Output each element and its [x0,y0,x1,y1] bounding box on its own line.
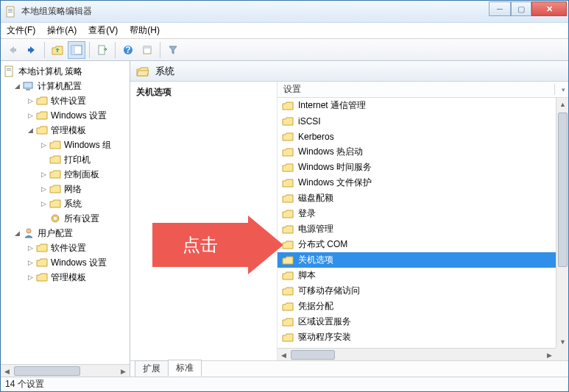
folder-icon [36,257,48,268]
scroll-thumb[interactable] [558,113,568,267]
back-button[interactable] [4,41,21,59]
list-item-label: 驱动程序安装 [298,331,351,343]
list-item[interactable]: 驱动程序安装 [278,329,556,345]
list-inner[interactable]: Internet 通信管理iSCSIKerberosWindows 热启动Win… [278,98,556,348]
list-item[interactable]: 可移动存储访问 [278,283,556,299]
list: Internet 通信管理iSCSIKerberosWindows 热启动Win… [278,98,568,360]
list-item[interactable]: 分布式 COM [278,237,556,252]
tree-user[interactable]: ◢ 用户配置 [1,226,130,240]
show-hide-tree-button[interactable] [68,41,85,59]
svg-text:?: ? [125,45,130,55]
toggle-icon[interactable]: ◢ [13,229,21,238]
scroll-left-icon[interactable]: ◀ [278,349,290,360]
svg-rect-1 [8,9,13,10]
toggle-icon[interactable]: ▷ [39,185,48,193]
tree-windows-settings[interactable]: ▷ Windows 设置 [1,108,130,123]
tree-label: 打印机 [64,154,91,166]
list-item[interactable]: 凭据分配 [278,299,556,314]
menu-help[interactable]: 帮助(H) [130,24,160,37]
tree-control-panel[interactable]: ▷ 控制面板 [1,167,130,182]
toggle-icon[interactable]: ▷ [26,96,35,105]
vscrollbar[interactable]: ▲ ▼ [556,98,568,348]
chevron-down-icon[interactable]: ▾ [562,86,565,93]
tree-printers[interactable]: 打印机 [1,152,130,167]
list-header[interactable]: 设置 ▾ [278,82,568,98]
properties-button[interactable] [138,41,156,59]
up-button[interactable] [49,41,66,59]
hscrollbar[interactable]: ◀ ▶ [278,348,556,360]
column-separator[interactable] [554,84,555,95]
toggle-icon[interactable]: ▷ [26,273,35,282]
toggle-icon[interactable]: ▷ [39,140,48,149]
content-header-title: 系统 [155,65,174,78]
tree-u-software[interactable]: ▷ 软件设置 [1,240,130,255]
forward-button[interactable] [23,41,40,59]
list-item[interactable]: Kerberos [278,129,556,144]
folder-icon [282,208,294,220]
menu-view[interactable]: 查看(V) [88,24,118,37]
scroll-thumb[interactable] [291,350,335,360]
toggle-icon[interactable]: ▷ [26,258,35,267]
tree-system[interactable]: ▷ 系统 [1,196,130,211]
tree-windows-comp[interactable]: ▷ Windows 组 [1,138,130,152]
toggle-icon[interactable]: ▷ [39,170,48,179]
scroll-right-icon[interactable]: ▶ [543,349,556,360]
tree-computer[interactable]: ◢ 计算机配置 [1,79,130,93]
list-item[interactable]: Windows 文件保护 [278,175,556,190]
help-button[interactable]: ? [119,41,137,59]
tab-extended[interactable]: 扩展 [135,360,169,377]
list-item[interactable]: Windows 热启动 [278,144,556,160]
tree-u-windows[interactable]: ▷ Windows 设置 [1,255,130,270]
list-item-label: 脚本 [298,269,316,282]
list-item[interactable]: Windows 时间服务 [278,160,556,175]
list-item[interactable]: iSCSI [278,113,556,129]
menu-action[interactable]: 操作(A) [47,24,77,37]
menu-file[interactable]: 文件(F) [7,24,35,37]
list-item[interactable]: Internet 通信管理 [278,98,556,113]
folder-icon [36,124,48,136]
folder-icon [49,198,61,210]
list-item[interactable]: 磁盘配额 [278,190,556,206]
toggle-icon[interactable]: ▷ [26,243,35,252]
list-item[interactable]: 区域设置服务 [278,314,556,329]
scroll-right-icon[interactable]: ▶ [117,365,130,377]
tree-hscrollbar[interactable]: ◀ ▶ [1,364,130,377]
tree-network[interactable]: ▷ 网络 [1,182,130,196]
folder-icon [282,177,294,189]
tree-admin-templates[interactable]: ◢ 管理模板 [1,123,130,138]
toggle-icon[interactable]: ▷ [39,199,48,208]
maximize-button[interactable]: ▢ [511,1,531,16]
toggle-icon[interactable]: ◢ [26,126,35,135]
tree[interactable]: 本地计算机 策略 ◢ 计算机配置 ▷ 软件设置 ▷ Windows 设置 [1,61,130,364]
toggle-spacer [39,214,48,223]
svg-rect-2 [8,10,13,11]
list-item[interactable]: 关机选项 [278,252,556,268]
list-item[interactable]: 登录 [278,206,556,221]
folder-icon [282,193,294,204]
minimize-button[interactable]: ─ [489,1,511,16]
scroll-thumb[interactable] [14,366,80,376]
close-button[interactable]: ✕ [531,1,567,16]
tree-root[interactable]: 本地计算机 策略 [1,64,130,79]
scroll-down-icon[interactable]: ▼ [556,335,568,348]
list-item[interactable]: 电源管理 [278,221,556,237]
tab-standard[interactable]: 标准 [168,360,202,377]
toggle-icon[interactable]: ◢ [13,82,21,90]
tree-label: 所有设置 [64,213,99,225]
tree-software[interactable]: ▷ 软件设置 [1,93,130,108]
tree-u-admin[interactable]: ▷ 管理模板 [1,270,130,285]
scroll-left-icon[interactable]: ◀ [1,365,13,377]
list-item-label: Kerberos [298,132,334,142]
policy-icon [4,65,15,77]
tree-all-settings[interactable]: 所有设置 [1,211,130,226]
list-item[interactable]: 脚本 [278,268,556,283]
list-item-label: 登录 [298,207,316,220]
folder-icon [36,95,48,107]
export-button[interactable] [93,41,111,59]
scroll-up-icon[interactable]: ▲ [556,98,568,110]
titlebar[interactable]: 本地组策略编辑器 ─ ▢ ✕ [1,1,568,23]
annotation-text: 点击 [183,233,218,257]
toggle-icon[interactable]: ▷ [26,111,35,120]
window-root: 本地组策略编辑器 ─ ▢ ✕ 文件(F) 操作(A) 查看(V) 帮助(H) ? [0,0,569,392]
filter-button[interactable] [164,41,182,59]
